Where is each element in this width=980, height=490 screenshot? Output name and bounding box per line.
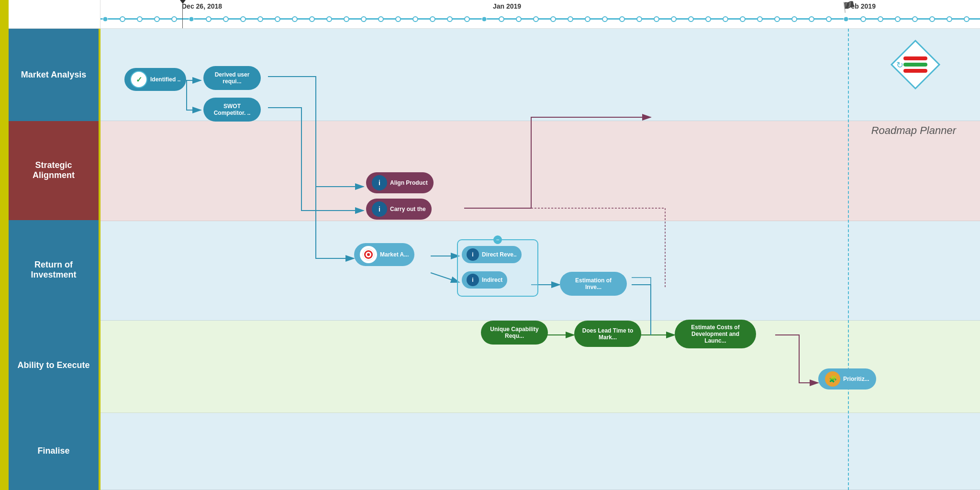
svg-point-35 — [689, 17, 693, 22]
svg-point-48 — [913, 17, 917, 22]
swimlane-label-market: Market Analysis — [9, 29, 99, 121]
app-container: Dec 26, 2018 Jan 2019 Feb 2019 — [0, 0, 980, 490]
info-icon-align: i — [372, 175, 387, 190]
svg-point-46 — [878, 17, 883, 22]
svg-point-28 — [568, 17, 573, 22]
svg-text:↻: ↻ — [896, 60, 903, 70]
node-derived[interactable]: Derived user requi... — [203, 66, 261, 90]
svg-point-43 — [826, 17, 831, 22]
svg-point-24 — [499, 17, 504, 22]
svg-point-31 — [620, 17, 624, 22]
svg-point-45 — [861, 17, 866, 22]
node-estimate-costs-label: Estimate Costs of Development and Launc.… — [681, 324, 749, 344]
svg-point-3 — [137, 17, 142, 22]
svg-point-10 — [258, 17, 263, 22]
swimlane-label-ability: Ability to Execute — [9, 319, 99, 412]
node-direct-label: Direct Reve.. — [482, 251, 517, 258]
group-minus-icon[interactable]: − — [493, 235, 502, 244]
svg-point-30 — [602, 17, 607, 22]
svg-point-21 — [447, 17, 452, 22]
svg-rect-55 — [903, 69, 927, 73]
svg-point-49 — [930, 17, 935, 22]
timeline-marker — [183, 0, 186, 28]
node-unique-label: Unique Capability Requ... — [488, 326, 541, 339]
svg-point-44 — [844, 17, 848, 22]
svg-point-42 — [809, 17, 814, 22]
svg-point-13 — [310, 17, 314, 22]
timeline-left-spacer — [0, 0, 100, 28]
group-box-revenue: − i Direct Reve.. i Indirect — [457, 239, 538, 297]
node-derived-label: Derived user requi... — [210, 71, 254, 85]
svg-point-26 — [534, 17, 538, 22]
timeline-date-dec: Dec 26, 2018 — [182, 2, 222, 10]
svg-rect-54 — [903, 63, 927, 67]
svg-point-18 — [396, 17, 401, 22]
svg-point-5 — [172, 17, 177, 22]
svg-point-2 — [120, 17, 125, 22]
svg-point-38 — [740, 17, 745, 22]
roadmap-planner-label: Roadmap Planner — [871, 124, 956, 137]
milestone-line — [848, 29, 849, 490]
svg-point-29 — [585, 17, 590, 22]
svg-point-20 — [430, 17, 435, 22]
swimlane-label-strategic: Strategic Alignment — [9, 121, 99, 220]
node-market-a-label: Market A... — [380, 251, 409, 258]
node-align-label: Align Product — [390, 179, 428, 186]
svg-point-32 — [637, 17, 642, 22]
node-indirect[interactable]: i Indirect — [462, 271, 507, 289]
node-carry-label: Carry out the — [390, 206, 426, 212]
node-prioritiz[interactable]: 🧩 Prioritiz... — [818, 368, 876, 390]
svg-point-22 — [465, 17, 469, 22]
yellow-accent-line — [0, 29, 9, 490]
main-content: Market Analysis Strategic Alignment Retu… — [0, 29, 980, 490]
node-swot-label: SWOT Competitor. .. — [210, 103, 254, 116]
svg-point-8 — [223, 17, 228, 22]
svg-point-19 — [413, 17, 418, 22]
svg-point-12 — [292, 17, 297, 22]
svg-point-51 — [964, 17, 969, 22]
info-icon-direct: i — [467, 248, 479, 261]
feb-flag: 🏴 — [842, 1, 855, 13]
svg-point-37 — [723, 17, 728, 22]
svg-rect-53 — [903, 56, 927, 60]
puzzle-icon: 🧩 — [825, 371, 840, 387]
node-direct-reve[interactable]: i Direct Reve.. — [462, 246, 522, 263]
svg-point-23 — [482, 17, 487, 22]
svg-point-40 — [775, 17, 780, 22]
svg-point-15 — [344, 17, 349, 22]
node-does-lead[interactable]: Does Lead Time to Mark... — [574, 321, 641, 347]
svg-point-25 — [516, 17, 521, 22]
timeline-track: Dec 26, 2018 Jan 2019 Feb 2019 — [100, 0, 980, 28]
swimlane-label-roi: Return of Investment — [9, 220, 99, 319]
svg-point-6 — [189, 17, 194, 22]
svg-point-1 — [103, 17, 108, 22]
svg-point-7 — [206, 17, 211, 22]
svg-point-27 — [551, 17, 556, 22]
info-icon-carry: i — [372, 201, 387, 217]
node-market-a[interactable]: Market A... — [354, 243, 414, 266]
swimlane-labels: Market Analysis Strategic Alignment Retu… — [0, 29, 100, 490]
info-icon-indirect: i — [467, 274, 479, 286]
node-indirect-label: Indirect — [482, 277, 502, 283]
node-does-lead-label: Does Lead Time to Mark... — [581, 327, 635, 341]
node-estimation[interactable]: Estimation of Inve... — [560, 272, 627, 296]
node-estimate-costs[interactable]: Estimate Costs of Development and Launc.… — [675, 320, 756, 348]
svg-point-39 — [757, 17, 762, 22]
timeline-date-jan: Jan 2019 — [493, 2, 521, 10]
node-unique-capability[interactable]: Unique Capability Requ... — [481, 321, 548, 345]
svg-point-47 — [895, 17, 900, 22]
svg-point-34 — [671, 17, 676, 22]
svg-point-11 — [275, 17, 280, 22]
node-swot[interactable]: SWOT Competitor. .. — [203, 98, 261, 122]
swimlane-canvas: ↻ Roadmap Planner — [100, 29, 980, 490]
node-identified[interactable]: ✓ Identified .. — [124, 68, 186, 91]
node-carry-out[interactable]: i Carry out the — [366, 199, 432, 220]
swimlane-label-finalise: Finalise — [9, 412, 99, 490]
timeline-header: Dec 26, 2018 Jan 2019 Feb 2019 — [0, 0, 980, 29]
node-identified-label: Identified .. — [150, 76, 180, 83]
svg-point-36 — [706, 17, 711, 22]
svg-point-14 — [327, 17, 332, 22]
svg-point-16 — [361, 17, 366, 22]
node-align-product[interactable]: i Align Product — [366, 172, 434, 193]
svg-point-70 — [367, 253, 370, 256]
